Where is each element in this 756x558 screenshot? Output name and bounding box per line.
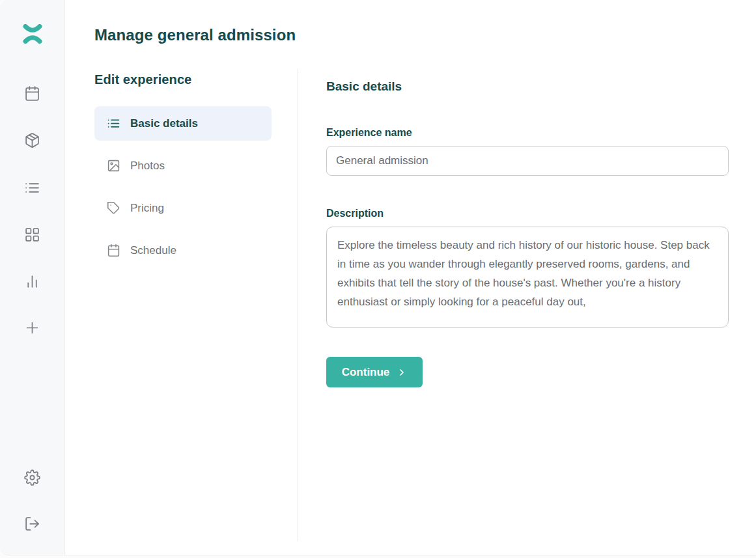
edit-nav-item-label: Schedule: [130, 244, 176, 257]
calendar-icon: [107, 244, 120, 257]
xola-logo-icon: [21, 24, 44, 44]
app-window: Manage general admission Edit experience…: [0, 0, 756, 555]
edit-nav-item-label: Pricing: [130, 202, 164, 215]
main-content: Manage general admission Edit experience…: [66, 0, 756, 555]
logout-icon: [24, 516, 40, 532]
chevron-right-icon: [397, 367, 407, 378]
grid-icon: [24, 227, 40, 243]
form-heading: Basic details: [326, 78, 729, 95]
content-row: Edit experience Basic details: [94, 69, 756, 541]
basic-details-form: Basic details Experience name Descriptio…: [298, 69, 729, 541]
package-icon: [24, 132, 40, 148]
edit-experience-nav: Basic details Photos: [94, 106, 298, 268]
edit-nav-item-label: Photos: [130, 160, 165, 173]
xola-logo[interactable]: [21, 22, 44, 46]
experience-name-input[interactable]: [326, 146, 729, 176]
sidebar-button-products[interactable]: [21, 128, 44, 152]
sidebar-button-add[interactable]: [21, 316, 44, 339]
sidebar-button-reports[interactable]: [21, 270, 44, 293]
bar-chart-icon: [24, 273, 40, 290]
continue-button-label: Continue: [342, 366, 390, 379]
edit-nav-item-pricing[interactable]: Pricing: [94, 191, 272, 225]
edit-experience-heading: Edit experience: [94, 70, 298, 89]
tag-icon: [107, 201, 120, 215]
continue-button[interactable]: Continue: [326, 357, 423, 387]
calendar-icon: [24, 85, 40, 102]
settings-gear-icon: [24, 469, 40, 486]
sidebar-button-logout[interactable]: [21, 512, 44, 535]
image-icon: [107, 159, 120, 173]
edit-nav-item-schedule[interactable]: Schedule: [94, 233, 272, 268]
sidebar-button-dashboard[interactable]: [21, 223, 44, 246]
experience-name-label: Experience name: [326, 126, 729, 140]
plus-icon: [23, 319, 41, 337]
description-textarea[interactable]: Explore the timeless beauty and rich his…: [326, 227, 729, 328]
sidebar-button-settings[interactable]: [21, 466, 44, 489]
list-icon: [24, 180, 40, 196]
sidebar-button-list[interactable]: [21, 176, 44, 199]
list-icon: [107, 117, 120, 130]
page-title: Manage general admission: [94, 25, 296, 46]
edit-nav-item-basic-details[interactable]: Basic details: [94, 106, 272, 141]
sidebar-button-calendar[interactable]: [21, 81, 44, 105]
sidebar: [0, 0, 65, 555]
edit-experience-panel: Edit experience Basic details: [94, 69, 298, 541]
edit-nav-item-label: Basic details: [130, 117, 198, 130]
edit-nav-item-photos[interactable]: Photos: [94, 148, 272, 183]
description-label: Description: [326, 206, 729, 221]
